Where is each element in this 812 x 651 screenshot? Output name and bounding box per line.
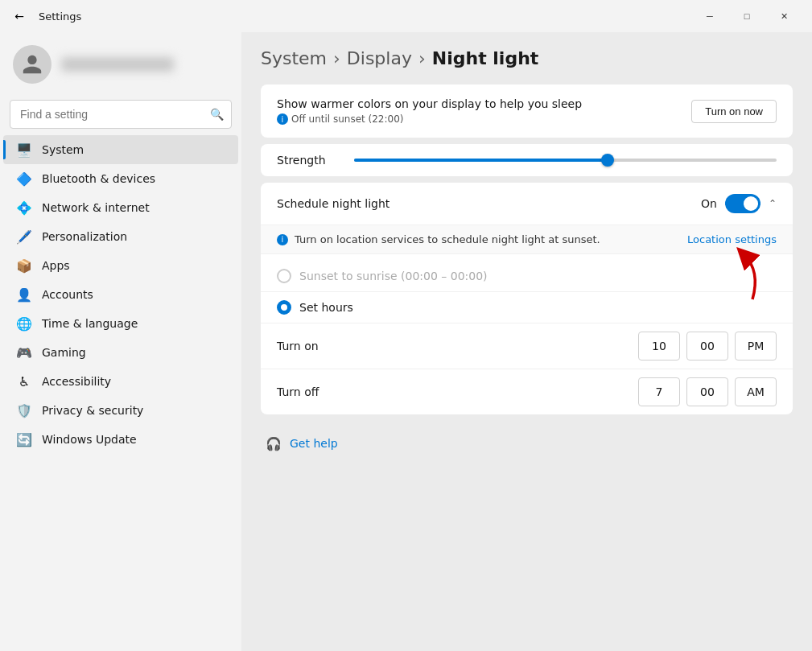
turn-on-hour[interactable]: 10 — [638, 332, 680, 361]
strength-card: Strength — [261, 144, 793, 176]
sidebar-item-privacy[interactable]: 🛡️ Privacy & security — [3, 396, 238, 425]
search-input[interactable] — [10, 100, 232, 129]
back-button[interactable]: ← — [10, 6, 29, 26]
schedule-toggle[interactable] — [725, 194, 760, 213]
location-settings-link[interactable]: Location settings — [687, 233, 777, 245]
restore-button[interactable]: □ — [728, 3, 765, 29]
turn-on-now-button[interactable]: Turn on now — [691, 100, 777, 123]
location-info-icon: i — [277, 234, 288, 245]
window-controls: ─ □ ✕ — [691, 3, 802, 29]
info-icon: i — [277, 113, 288, 125]
window-title: Settings — [39, 10, 81, 23]
sidebar-item-label-accounts: Accounts — [42, 288, 93, 301]
sidebar-item-update[interactable]: 🔄 Windows Update — [3, 425, 238, 454]
set-hours-radio[interactable] — [277, 300, 291, 315]
toggle-thumb — [744, 196, 758, 211]
night-light-header-row: Show warmer colors on your display to he… — [261, 84, 793, 138]
sidebar-item-label-bluetooth: Bluetooth & devices — [42, 172, 155, 185]
sidebar-item-label-privacy: Privacy & security — [42, 404, 143, 417]
sidebar-item-gaming[interactable]: 🎮 Gaming — [3, 338, 238, 367]
turn-off-row: Turn off 7 00 AM — [261, 369, 793, 414]
main-content: System › Display › Night light Show warm… — [241, 32, 812, 651]
slider-thumb[interactable] — [601, 154, 614, 167]
sidebar-item-accounts[interactable]: 👤 Accounts — [3, 280, 238, 309]
get-help-icon: 🎧 — [264, 434, 283, 453]
get-help-link[interactable]: Get help — [290, 437, 338, 450]
sidebar-item-time[interactable]: 🌐 Time & language — [3, 309, 238, 338]
sidebar-item-label-time: Time & language — [42, 317, 138, 330]
sidebar-item-label-personalization: Personalization — [42, 230, 127, 243]
location-row: i Turn on location services to schedule … — [261, 225, 793, 253]
sidebar-item-network[interactable]: 💠 Network & internet — [3, 193, 238, 222]
slider-fill — [354, 159, 608, 162]
strength-slider[interactable] — [354, 159, 777, 162]
turn-on-label: Turn on — [277, 340, 341, 352]
update-icon: 🔄 — [16, 431, 32, 447]
search-icon: 🔍 — [210, 108, 224, 121]
nav-list: 🖥️ System 🔷 Bluetooth & devices 💠 Networ… — [0, 135, 241, 454]
breadcrumb: System › Display › Night light — [261, 48, 793, 68]
turn-off-label: Turn off — [277, 385, 341, 398]
system-icon: 🖥️ — [16, 142, 32, 158]
turn-off-hour[interactable]: 7 — [638, 377, 680, 406]
schedule-card: Schedule night light On ⌃ i Turn on loca… — [261, 183, 793, 414]
turn-off-ampm[interactable]: AM — [735, 377, 777, 406]
network-icon: 💠 — [16, 200, 32, 216]
minimize-button[interactable]: ─ — [691, 3, 728, 29]
breadcrumb-sep2: › — [418, 48, 426, 68]
sidebar-item-personalization[interactable]: 🖊️ Personalization — [3, 222, 238, 251]
avatar — [13, 45, 52, 84]
schedule-chevron-icon[interactable]: ⌃ — [769, 198, 777, 209]
set-hours-label: Set hours — [299, 301, 353, 314]
breadcrumb-sep1: › — [333, 48, 340, 68]
user-profile[interactable] — [0, 39, 241, 97]
strength-row: Strength — [261, 144, 793, 176]
sidebar-item-system[interactable]: 🖥️ System — [3, 135, 238, 164]
set-hours-radio-row[interactable]: Set hours — [261, 291, 793, 323]
turn-on-minute[interactable]: 00 — [686, 332, 728, 361]
sidebar-item-apps[interactable]: 📦 Apps — [3, 251, 238, 280]
search-box[interactable]: 🔍 — [10, 100, 232, 129]
breadcrumb-display[interactable]: Display — [347, 48, 412, 68]
accessibility-icon: ♿ — [16, 373, 32, 389]
time-icon: 🌐 — [16, 315, 32, 332]
night-light-status: i Off until sunset (22:00) — [277, 113, 582, 125]
sidebar-item-accessibility[interactable]: ♿ Accessibility — [3, 367, 238, 396]
schedule-title: Schedule night light — [277, 197, 390, 210]
gaming-icon: 🎮 — [16, 344, 32, 361]
location-notice-text: Turn on location services to schedule ni… — [295, 233, 681, 245]
bluetooth-icon: 🔷 — [16, 171, 32, 187]
turn-on-row: Turn on 10 00 PM — [261, 323, 793, 369]
turn-on-ampm[interactable]: PM — [735, 332, 777, 361]
sunset-label: Sunset to sunrise (00:00 – 00:00) — [299, 270, 488, 282]
turn-off-minute[interactable]: 00 — [686, 377, 728, 406]
get-help-row[interactable]: 🎧 Get help — [261, 421, 793, 466]
sidebar-item-label-network: Network & internet — [42, 201, 150, 214]
user-name — [61, 57, 174, 72]
accounts-icon: 👤 — [16, 286, 32, 303]
sunset-radio[interactable] — [277, 269, 291, 283]
sidebar-item-label-gaming: Gaming — [42, 346, 86, 359]
sidebar-item-label-update: Windows Update — [42, 433, 137, 446]
schedule-header: Schedule night light On ⌃ — [261, 183, 793, 225]
night-light-description: Show warmer colors on your display to he… — [277, 97, 582, 110]
close-button[interactable]: ✕ — [765, 3, 802, 29]
sunset-radio-row[interactable]: Sunset to sunrise (00:00 – 00:00) — [261, 253, 793, 291]
strength-label: Strength — [277, 154, 341, 167]
sidebar: 🔍 🖥️ System 🔷 Bluetooth & devices 💠 Netw… — [0, 32, 241, 651]
night-light-card: Show warmer colors on your display to he… — [261, 84, 793, 138]
privacy-icon: 🛡️ — [16, 402, 32, 418]
breadcrumb-current: Night light — [432, 48, 539, 68]
sidebar-item-label-accessibility: Accessibility — [42, 375, 111, 388]
apps-icon: 📦 — [16, 258, 32, 274]
sidebar-item-label-apps: Apps — [42, 259, 70, 272]
titlebar: ← Settings ─ □ ✕ — [0, 0, 812, 32]
personalization-icon: 🖊️ — [16, 229, 32, 245]
sidebar-item-label-system: System — [42, 143, 84, 156]
sidebar-item-bluetooth[interactable]: 🔷 Bluetooth & devices — [3, 164, 238, 193]
schedule-on-label: On — [701, 197, 717, 210]
schedule-right: On ⌃ — [701, 194, 777, 213]
breadcrumb-system[interactable]: System — [261, 48, 327, 68]
